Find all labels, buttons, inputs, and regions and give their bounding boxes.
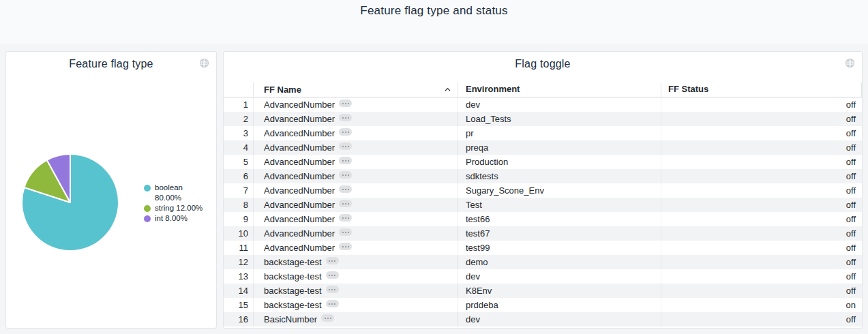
row-number: 1 xyxy=(224,97,253,112)
dashboard-title-bar: Feature flag type and status xyxy=(0,0,868,44)
environment-cell: Test xyxy=(458,198,661,212)
cell-overflow-ellipsis-icon[interactable] xyxy=(339,157,352,164)
row-number: 2 xyxy=(224,112,253,126)
table-row: 12backstage-testdemooff xyxy=(224,255,862,269)
dashboard: Feature flag type and status Feature fla… xyxy=(0,0,868,334)
legend-label: int 8.00% xyxy=(155,213,203,224)
table-row: 5AdvancedNumberProductionoff xyxy=(224,155,862,169)
cell-overflow-ellipsis-icon[interactable] xyxy=(326,271,339,279)
ff-name-cell: AdvancedNumber xyxy=(253,155,458,169)
ff-status-cell: off xyxy=(661,140,862,155)
table-row: 4AdvancedNumberpreqaoff xyxy=(224,140,862,155)
cell-overflow-ellipsis-icon[interactable] xyxy=(339,128,352,136)
flag-table: FF Name Environment FF Status 1AdvancedN… xyxy=(224,82,862,327)
table-row: 3AdvancedNumberproff xyxy=(224,126,862,140)
row-number: 8 xyxy=(224,198,253,212)
ff-name-text: AdvancedNumber xyxy=(264,100,335,110)
cell-overflow-ellipsis-icon[interactable] xyxy=(339,214,352,222)
cell-overflow-ellipsis-icon[interactable] xyxy=(339,243,352,250)
ff-name-text: AdvancedNumber xyxy=(264,157,335,167)
environment-cell: K8Env xyxy=(458,284,661,298)
panel-flag-toggle: Flag toggle FF Name xyxy=(223,51,863,329)
ff-name-cell: backstage-test xyxy=(253,269,458,284)
environment-cell: Load_Tests xyxy=(458,112,661,126)
legend-item-string[interactable]: string 12.00% xyxy=(144,203,203,213)
panel-feature-flag-type: Feature flag type boolean80.00%string 12… xyxy=(5,51,217,329)
cell-overflow-ellipsis-icon[interactable] xyxy=(339,142,352,150)
row-number: 11 xyxy=(224,241,253,255)
environment-cell: demo xyxy=(458,255,661,269)
ff-status-cell: off xyxy=(661,112,862,126)
table-row: 14backstage-testK8Envoff xyxy=(224,284,862,298)
row-number: 14 xyxy=(224,284,253,298)
table-row: 15backstage-testprddebaon xyxy=(224,298,862,312)
cell-overflow-ellipsis-icon[interactable] xyxy=(326,286,339,293)
cell-overflow-ellipsis-icon[interactable] xyxy=(339,228,352,236)
environment-cell: dev xyxy=(458,269,661,284)
cell-overflow-ellipsis-icon[interactable] xyxy=(339,185,352,193)
ff-name-text: AdvancedNumber xyxy=(264,243,335,253)
ff-status-cell: off xyxy=(661,284,862,298)
ff-status-cell: off xyxy=(661,183,862,198)
globe-icon[interactable] xyxy=(845,58,855,68)
globe-icon[interactable] xyxy=(199,58,209,68)
table-row: 2AdvancedNumberLoad_Testsoff xyxy=(224,112,862,126)
ff-name-cell: AdvancedNumber xyxy=(253,226,458,241)
cell-overflow-ellipsis-icon[interactable] xyxy=(339,114,352,121)
environment-cell: dev xyxy=(458,97,661,112)
ff-name-text: backstage-test xyxy=(264,286,322,296)
row-number: 4 xyxy=(224,140,253,155)
cell-overflow-ellipsis-icon[interactable] xyxy=(326,257,339,264)
row-number: 13 xyxy=(224,269,253,284)
cell-overflow-ellipsis-icon[interactable] xyxy=(339,100,352,107)
pie-chart xyxy=(20,152,121,253)
ff-status-cell: off xyxy=(661,155,862,169)
column-header-label: Environment xyxy=(466,84,520,94)
ff-name-cell: AdvancedNumber xyxy=(253,140,458,155)
environment-cell: pr xyxy=(458,126,661,140)
ff-name-cell: backstage-test xyxy=(253,298,458,312)
ff-name-text: AdvancedNumber xyxy=(264,200,335,210)
ff-name-cell: AdvancedNumber xyxy=(253,212,458,226)
cell-overflow-ellipsis-icon[interactable] xyxy=(326,300,339,307)
table-body: 1AdvancedNumberdevoff2AdvancedNumberLoad… xyxy=(224,97,862,327)
ff-name-cell: AdvancedNumber xyxy=(253,112,458,126)
ff-status-cell: off xyxy=(661,126,862,140)
environment-cell: test67 xyxy=(458,226,661,241)
cell-overflow-ellipsis-icon[interactable] xyxy=(339,200,352,207)
ff-status-cell: off xyxy=(661,169,862,183)
column-header-environment[interactable]: Environment xyxy=(458,82,661,97)
table-row: 7AdvancedNumberSugary_Scone_Envoff xyxy=(224,183,862,198)
table-row: 13backstage-testdevoff xyxy=(224,269,862,284)
legend-color-dot xyxy=(144,205,151,212)
ff-status-cell: off xyxy=(661,269,862,284)
ff-name-text: AdvancedNumber xyxy=(264,228,335,239)
row-number: 10 xyxy=(224,226,253,241)
ff-name-text: backstage-test xyxy=(264,271,322,282)
ff-name-cell: AdvancedNumber xyxy=(253,97,458,112)
ff-name-text: AdvancedNumber xyxy=(264,128,335,138)
ff-name-text: backstage-test xyxy=(264,300,322,310)
cell-overflow-ellipsis-icon[interactable] xyxy=(321,314,334,322)
row-number: 7 xyxy=(224,183,253,198)
ff-status-cell: off xyxy=(661,97,862,112)
environment-cell: preqa xyxy=(458,140,661,155)
table-row: 11AdvancedNumbertest99off xyxy=(224,241,862,255)
legend-item-int[interactable]: int 8.00% xyxy=(144,213,203,224)
ff-name-cell: AdvancedNumber xyxy=(253,169,458,183)
ff-name-cell: backstage-test xyxy=(253,284,458,298)
legend-color-dot xyxy=(144,185,151,192)
environment-cell: prddeba xyxy=(458,298,661,312)
ff-name-cell: BasicNumber xyxy=(253,312,458,327)
ff-name-text: AdvancedNumber xyxy=(264,214,335,224)
legend-item-boolean[interactable]: boolean80.00% xyxy=(144,183,203,203)
legend-label: boolean xyxy=(155,183,203,193)
column-header-ff-status[interactable]: FF Status xyxy=(661,82,862,97)
row-number: 9 xyxy=(224,212,253,226)
ff-status-cell: off xyxy=(661,226,862,241)
ff-name-cell: AdvancedNumber xyxy=(253,241,458,255)
ff-name-cell: backstage-test xyxy=(253,255,458,269)
column-header-ff-name[interactable]: FF Name xyxy=(253,82,458,97)
ff-name-text: AdvancedNumber xyxy=(264,185,335,196)
cell-overflow-ellipsis-icon[interactable] xyxy=(339,171,352,179)
